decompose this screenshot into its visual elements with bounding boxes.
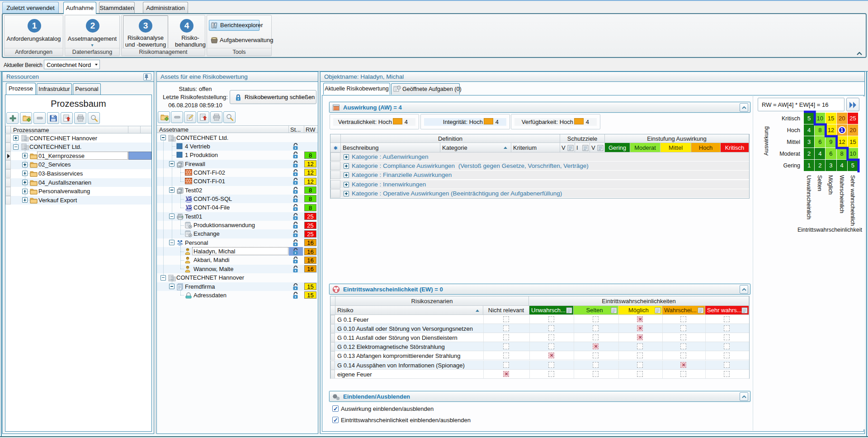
svg-text:VS: VS bbox=[186, 196, 192, 201]
svg-text:VS: VS bbox=[186, 205, 192, 209]
